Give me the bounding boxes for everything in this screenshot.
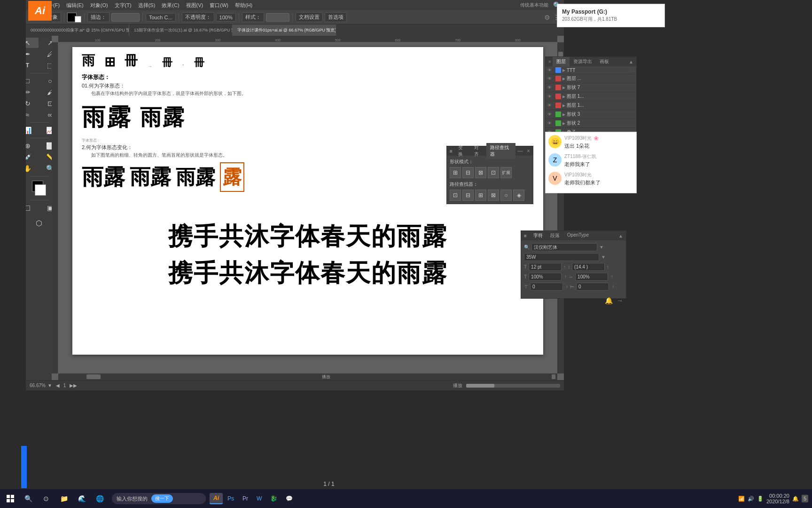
tsume-input[interactable] [576,283,609,291]
layer-row-2[interactable]: 👁 ▶ 形状 7 [546,83,636,92]
taskbar-app-dragon[interactable]: 🐉 [266,493,281,504]
show-desktop-btn[interactable]: 5 [802,495,808,502]
eye-2[interactable]: 👁 [547,85,554,90]
rotate-tool[interactable]: ↻ [26,98,39,109]
taskbar-app-pr[interactable]: Pr [239,493,252,504]
path-trim[interactable]: ⊟ [462,190,474,201]
art-tools-btn[interactable]: ⬡ [28,218,50,228]
arrow-right-icon[interactable]: → [617,297,623,304]
artboard-label[interactable]: 播放 [453,382,462,389]
zoom-dropdown-icon[interactable]: ▼ [47,383,52,388]
time-display[interactable]: 00:00:20 2020/12/8 [766,493,789,504]
eyedropper-tool[interactable]: 💉 [26,152,39,162]
eye-1[interactable]: 👁 [547,76,554,81]
path-minus-back[interactable]: ◈ [513,190,524,201]
tsume-up[interactable]: ↑ [612,284,614,289]
baseline-up[interactable]: ↑ [566,284,568,289]
warp-tool[interactable]: ≈ [26,110,39,120]
eye-5[interactable]: 👁 [547,112,554,117]
shape-unite[interactable]: ⊞ [450,167,461,178]
size-up-icon[interactable]: ↑ [563,264,566,270]
doc-settings-btn[interactable]: 文档设置 [296,12,323,22]
stroke-dropdown[interactable] [111,13,140,22]
arrange-icon[interactable]: ⚙ [544,14,550,21]
path-crop[interactable]: ⊠ [488,190,499,201]
menu-view[interactable]: 视图(V) [183,1,206,10]
expand-1[interactable]: ▶ [562,77,565,81]
expand-4[interactable]: ▶ [562,103,565,108]
play-label[interactable]: 播放 [101,374,552,380]
style-dropdown-icon[interactable]: ▼ [601,254,606,260]
color-box[interactable] [28,179,50,198]
font-style-input[interactable] [524,253,599,261]
notification-icon[interactable]: 🔔 [792,496,799,502]
volume-icon[interactable]: 🔊 [748,496,754,502]
expand-3[interactable]: ▶ [562,95,565,99]
menu-edit[interactable]: 编辑(E) [63,1,86,10]
menu-help[interactable]: 帮助(H) [232,1,255,10]
touch-input[interactable]: Touch C... [146,13,176,22]
browser-btn[interactable]: 🌊 [73,490,90,507]
normal-mode[interactable]: □ [26,203,39,213]
tab-1[interactable]: 13期字体作业第一次01(1).ai @ 16.67% (RGB/GPU 预览)… [129,24,233,36]
symbol-tool[interactable]: ⊕ [26,141,39,151]
style-dropdown[interactable] [266,13,289,22]
scrollbar-horizontal[interactable]: 播放 [58,373,557,380]
battery-icon[interactable]: 🔋 [757,496,764,502]
canvas-area[interactable]: 100 200 300 400 500 600 700 800 [52,36,564,380]
edge-btn[interactable]: 🌐 [91,490,108,507]
pf-tab-pathfinder[interactable]: 路径查找器 [486,143,515,159]
column-graph-tool[interactable]: 📊 [26,125,39,135]
rect-tool[interactable]: □ [26,76,39,86]
tracking-up[interactable]: ↑ [564,274,567,279]
taskbar-app-chat[interactable]: 💬 [282,493,297,504]
page-prev[interactable]: ◀ [56,383,60,388]
opacity-value[interactable]: 100% [216,13,236,22]
pf-close[interactable]: × [527,148,530,154]
taskbar-app-ps[interactable]: Ps [224,493,238,504]
shape-exclude[interactable]: ⊡ [488,167,499,178]
typo-tab-opentype[interactable]: OpenType [563,231,593,240]
eye-3[interactable]: 👁 [547,94,554,99]
page-next[interactable]: ▶▶ [70,383,77,388]
kerning-up[interactable]: ↑ [611,274,613,279]
kerning-input[interactable] [575,273,608,281]
menu-object[interactable]: 对象(O) [87,1,111,10]
layer-row-1[interactable]: 👁 ▶ 图层 ... [546,74,636,83]
layers-tab-layers[interactable]: 图层 [553,57,570,66]
tracking-input[interactable] [529,273,562,281]
leading-up-icon[interactable]: ↑ [607,264,609,270]
file-explorer-btn[interactable]: 📁 [55,490,72,507]
pen-tool[interactable]: ✒ [26,49,39,59]
scroll-thumb-h[interactable] [86,374,101,379]
font-name-input[interactable] [531,243,597,251]
pf-tab-transform[interactable]: 变换 [454,143,470,159]
layers-tab-export[interactable]: 资源导出 [570,57,596,66]
layer-row-0[interactable]: 👁 ▶ TTT ⬚ [546,66,636,74]
layer-row-4[interactable]: 👁 ▶ 图层 1... [546,101,636,110]
select-tool[interactable]: ↖ [26,38,39,48]
expand-6[interactable]: ▶ [562,121,565,126]
layers-tab-artboards[interactable]: 画板 [596,57,613,66]
typo-tab-para[interactable]: 段落 [547,231,563,240]
pf-tab-align[interactable]: 对齐 [470,143,486,159]
menu-effect[interactable]: 效果(C) [159,1,182,10]
layers-expand[interactable]: ▲ [629,59,633,64]
eye-4[interactable]: 👁 [547,103,554,108]
menu-select[interactable]: 选择(S) [135,1,158,10]
search-submit-btn[interactable]: 搜一下 [151,494,173,503]
baseline-input[interactable] [530,283,563,291]
layer-row-6[interactable]: 👁 ▶ 形状 2 [546,119,636,128]
fill-color-box[interactable] [75,16,81,23]
path-merge[interactable]: ⊞ [475,190,486,201]
expand-0[interactable]: ▶ [562,68,565,72]
hand-tool[interactable]: ✋ [26,163,39,174]
taskbar-app-ai[interactable]: Ai [210,493,223,504]
scroll-indicator[interactable] [466,384,560,388]
shape-intersect[interactable]: ⊠ [475,167,486,178]
eye-6[interactable]: 👁 [547,121,554,126]
zoom-display[interactable]: 66.67% ▼ [30,383,52,388]
menu-window[interactable]: 窗口(W) [207,1,231,10]
pf-minimize[interactable]: — [517,148,523,154]
taskbar-app-word[interactable]: W [253,493,265,504]
